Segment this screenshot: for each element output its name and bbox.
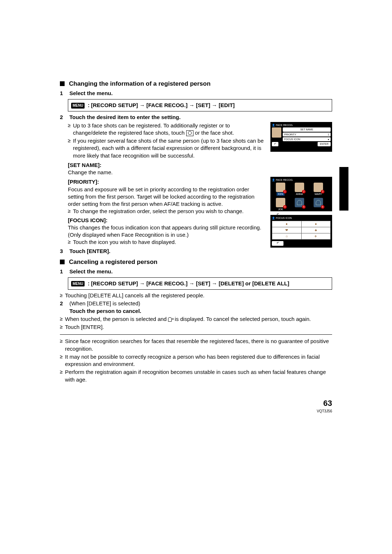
priority-bullet: To change the registration order, select… (68, 208, 265, 215)
ss2-person[interactable]: 3MARY (310, 183, 327, 196)
ss2-person[interactable]: 5 (291, 198, 308, 211)
s2-step2-title: Touch the person to cancel. (69, 308, 141, 314)
ss3-icon-cell[interactable]: ☆ (272, 233, 302, 239)
doc-code: VQT3J56 (60, 409, 332, 414)
selected-person-icon (168, 317, 173, 322)
priority-text: Focus and exposure will be set in priori… (68, 186, 265, 208)
menu-path-text: : [RECORD SETUP] → [FACE RECOG.] → [SET]… (88, 102, 235, 108)
ss3-icon-cell[interactable]: ✈ (301, 233, 331, 239)
focusicon-bullet: Touch the icon you wish to have displaye… (68, 239, 265, 246)
screenshot-face-recog-edit: 👤 FACE RECOG. SET NAME PRIORITY1 FOCUS I… (270, 122, 332, 152)
setname-label: [SET NAME]: (68, 162, 332, 169)
note-2: It may not be possible to correctly reco… (60, 353, 332, 368)
s1-bullets-top: Up to 3 face shots can be registered. To… (68, 122, 265, 159)
note-1: Since face recognition searches for face… (60, 338, 332, 353)
ss2-header: 👤 FACE RECOG. (272, 178, 331, 182)
focusicon-text: This changes the focus indication icon t… (68, 224, 265, 239)
notes-list: Since face recognition searches for face… (60, 338, 332, 383)
bullet-several: If you register several face shots of th… (68, 137, 265, 159)
ss2-person[interactable]: 1KEN (272, 183, 289, 196)
s2-bullets-cancel: When touched, the person is selected and… (60, 315, 332, 331)
face-slot-icon (186, 130, 193, 136)
bullet-faceshots: Up to 3 face shots can be registered. To… (68, 122, 265, 137)
bullet-when-touched: When touched, the person is selected and… (60, 315, 332, 323)
menu-path-text-2: : [RECORD SETUP] → [FACE RECOG.] → [SET]… (88, 280, 289, 286)
section-canceling-title: Canceling a registered person (60, 258, 332, 266)
s1-step3: 3 Touch [ENTER]. (60, 248, 332, 255)
ss1-header: 👤 FACE RECOG. (272, 123, 331, 127)
s2-step1-num: 1 (60, 268, 68, 275)
focusicon-label: [FOCUS ICON]: (68, 217, 265, 224)
ss1-enter-button[interactable]: ENTER (318, 142, 331, 146)
notes-separator (60, 334, 332, 335)
menu-path-edit: MENU : [RECORD SETUP] → [FACE RECOG.] → … (68, 99, 332, 111)
s2-step1: 1 Select the menu. (60, 268, 332, 275)
focusicon-bullets: Touch the icon you wish to have displaye… (68, 239, 265, 246)
s1-step2-num: 2 (60, 114, 68, 121)
s2-step1-title: Select the menu. (69, 268, 113, 274)
s1-step3-title: Touch [ENTER]. (69, 248, 110, 254)
bullet-touch-enter: Touch [ENTER]. (60, 323, 332, 331)
s2-step2-paren: (When [DELETE] is selected) (69, 300, 140, 306)
screenshot-focus-icon: 👤 FOCUS ICON ●●❤♣☆✈ ↶ (270, 215, 332, 248)
s2-bullet-deleteall: Touching [DELETE ALL] cancels all the re… (60, 292, 332, 299)
ss3-icon-cell[interactable]: ● (301, 221, 331, 227)
s1-step2-title: Touch the desired item to enter the sett… (69, 114, 180, 120)
ss1-focusicon-button[interactable]: FOCUS ICON● (283, 137, 331, 141)
side-tab (339, 167, 348, 211)
ss3-back-button[interactable]: ↶ (272, 241, 283, 246)
ss3-icon-cell[interactable]: ● (272, 221, 302, 227)
s2-step2: 2 (When [DELETE] is selected) Touch the … (60, 300, 332, 315)
ss3-header: 👤 FOCUS ICON (272, 216, 331, 220)
bullet-deleteall: Touching [DELETE ALL] cancels all the re… (60, 292, 332, 299)
ss2-person[interactable]: 2ANNA (291, 183, 308, 196)
priority-bullets: To change the registration order, select… (68, 208, 265, 215)
ss1-face-thumb[interactable] (272, 127, 281, 138)
s1-step2: 2 Touch the desired item to enter the se… (60, 114, 332, 121)
ss1-setname-button[interactable]: SET NAME (283, 127, 331, 131)
screenshot-face-recog-priority: 👤 FACE RECOG. 1KEN2ANNA3MARY4JOE56 ↶ (270, 177, 332, 211)
menu-badge: MENU (71, 103, 85, 109)
section-changing-title: Changing the information of a registered… (60, 80, 332, 88)
s1-step1: 1 Select the menu. (60, 90, 332, 97)
menu-path-delete: MENU : [RECORD SETUP] → [FACE RECOG.] → … (68, 277, 332, 290)
ss2-person[interactable]: 4JOE (272, 198, 289, 211)
s1-step1-num: 1 (60, 90, 68, 97)
setname-text: Change the name. (68, 169, 332, 176)
ss1-back-button[interactable]: ↶ (272, 142, 278, 146)
ss1-priority-button[interactable]: PRIORITY1 (283, 133, 331, 137)
s1-step3-num: 3 (60, 248, 68, 255)
ss3-icon-cell[interactable]: ❤ (272, 227, 302, 233)
s1-step1-title: Select the menu. (69, 90, 113, 96)
ss3-icon-cell[interactable]: ♣ (301, 227, 331, 233)
ss2-person[interactable]: 6 (310, 198, 327, 211)
note-3: Perform the registration again if recogn… (60, 368, 332, 383)
menu-badge-2: MENU (71, 281, 85, 287)
page-number: 63 (60, 398, 332, 409)
s2-step2-num: 2 (60, 300, 68, 307)
priority-label: [PRIORITY]: (68, 178, 265, 186)
